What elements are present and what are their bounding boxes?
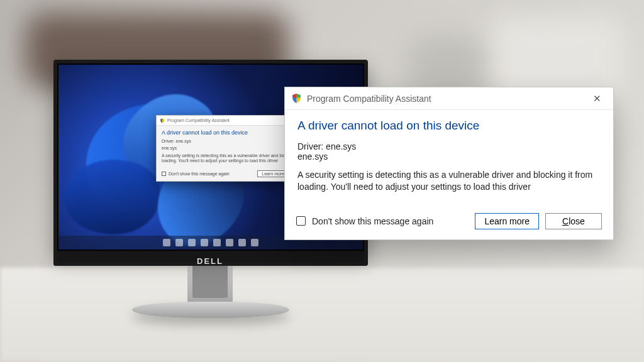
close-underline: C (562, 216, 569, 226)
monitor-stand-base (132, 302, 289, 318)
taskbar-icon[interactable] (226, 239, 233, 246)
dont-show-label: Don't show this message again (169, 172, 230, 176)
shield-icon (291, 93, 302, 104)
desk-surface (0, 268, 644, 362)
compat-dialog: Program Compatibility Assistant ✕ A driv… (284, 87, 614, 240)
taskbar-icon[interactable] (175, 239, 183, 246)
shield-icon (160, 118, 165, 123)
close-rest: lose (569, 216, 585, 226)
taskbar-icon[interactable] (188, 239, 196, 246)
driver-label: Driver: ene.sys (297, 141, 601, 151)
taskbar-icon[interactable] (201, 239, 208, 246)
dont-show-label[interactable]: Don't show this message again (312, 216, 433, 226)
driver-file: ene.sys (297, 151, 601, 162)
learn-more-button[interactable]: Learn more (475, 213, 539, 229)
dialog-title: Program Compatibility Assistant (167, 118, 230, 123)
dont-show-checkbox[interactable] (162, 172, 166, 176)
close-icon[interactable]: ✕ (587, 90, 607, 107)
taskbar-icon[interactable] (251, 239, 258, 246)
dialog-title: Program Compatibility Assistant (307, 94, 431, 104)
taskbar-icon[interactable] (163, 239, 170, 246)
titlebar[interactable]: Program Compatibility Assistant ✕ (285, 87, 613, 110)
dont-show-checkbox[interactable] (296, 216, 306, 226)
taskbar-icon[interactable] (238, 239, 246, 246)
monitor-chin (53, 251, 368, 266)
dialog-heading: A driver cannot load on this device (297, 119, 601, 133)
close-button[interactable]: Close (545, 213, 602, 229)
dialog-explanation: A security setting is detecting this as … (297, 169, 601, 193)
taskbar-icon[interactable] (213, 239, 221, 246)
